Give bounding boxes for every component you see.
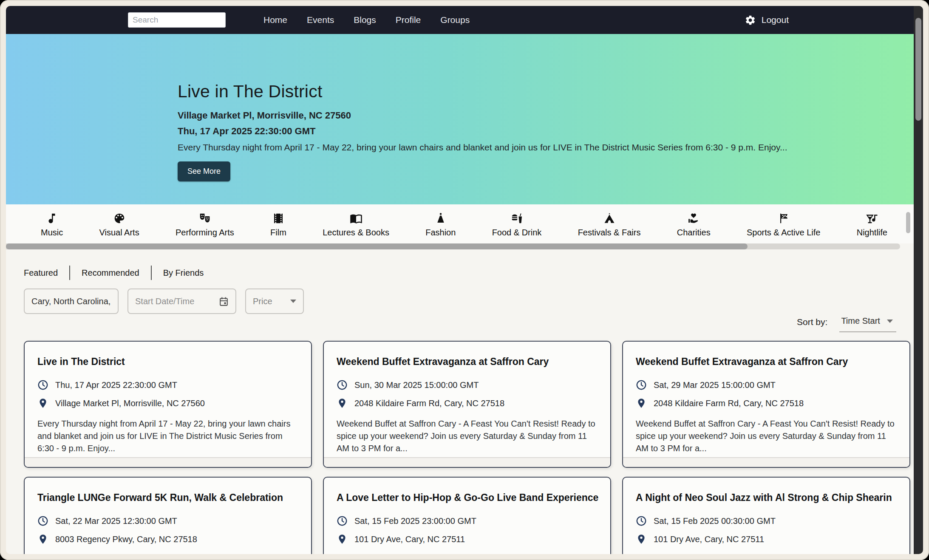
event-location: 2048 Kildaire Farm Rd, Cary, NC 27518 bbox=[354, 399, 504, 408]
event-title: Weekend Buffet Extravaganza at Saffron C… bbox=[636, 356, 897, 368]
event-location: 101 Dry Ave, Cary, NC 27511 bbox=[354, 535, 465, 544]
clock-icon bbox=[636, 515, 647, 526]
event-card[interactable]: Live in The District Thu, 17 Apr 2025 22… bbox=[24, 341, 312, 468]
category-food-drink[interactable]: Food & Drink bbox=[492, 212, 542, 238]
category-fashion[interactable]: Fashion bbox=[425, 212, 456, 238]
event-location-row: 101 Dry Ave, Cary, NC 27511 bbox=[636, 534, 897, 545]
hero-description: Every Thursday night from April 17 - May… bbox=[178, 142, 787, 153]
food-drink-icon bbox=[510, 212, 524, 225]
tab-by-friends[interactable]: By Friends bbox=[163, 268, 204, 278]
hero-content: Live in The District Village Market Pl, … bbox=[178, 82, 787, 181]
gear-icon bbox=[745, 14, 756, 26]
event-datetime: Sun, 30 Mar 2025 15:00:00 GMT bbox=[354, 380, 479, 390]
category-film[interactable]: Film bbox=[270, 212, 286, 238]
category-festivals-fairs[interactable]: Festivals & Fairs bbox=[578, 212, 641, 238]
music-note-icon bbox=[45, 212, 59, 225]
category-horizontal-scrollbar[interactable] bbox=[6, 243, 900, 249]
search-input[interactable] bbox=[128, 12, 226, 28]
tab-divider bbox=[69, 266, 70, 280]
location-pin-icon bbox=[37, 398, 48, 409]
event-card-footer bbox=[25, 457, 311, 467]
event-card[interactable]: Weekend Buffet Extravaganza at Saffron C… bbox=[323, 341, 611, 468]
category-bar-scrollbar-thumb[interactable] bbox=[906, 212, 910, 233]
location-pin-icon bbox=[37, 534, 48, 545]
location-pin-icon bbox=[337, 398, 348, 409]
event-location-row: 2048 Kildaire Farm Rd, Cary, NC 27518 bbox=[337, 398, 598, 409]
event-description: Join us for an unforgettable Valentine's… bbox=[636, 554, 897, 554]
location-pin-icon bbox=[337, 534, 348, 545]
event-card-footer bbox=[324, 457, 610, 467]
nav-link-events[interactable]: Events bbox=[307, 15, 334, 25]
clock-icon bbox=[337, 379, 348, 390]
category-charities[interactable]: Charities bbox=[677, 212, 711, 238]
filter-row: Price bbox=[24, 288, 304, 314]
event-location: 8003 Regency Pkwy, Cary, NC 27518 bbox=[55, 535, 197, 544]
event-title: A Love Letter to Hip-Hop & Go-Go Live Ba… bbox=[337, 492, 598, 503]
sort-select-value: Time Start bbox=[841, 316, 880, 326]
location-input[interactable] bbox=[25, 297, 118, 306]
clock-icon bbox=[337, 515, 348, 526]
event-datetime: Sat, 15 Feb 2025 00:30:00 GMT bbox=[654, 516, 776, 526]
nav-links: Home Events Blogs Profile Groups bbox=[263, 15, 470, 25]
start-date-input[interactable] bbox=[128, 297, 218, 306]
category-bar: Music Visual Arts Performing Arts Film L… bbox=[6, 204, 923, 243]
event-time-row: Thu, 17 Apr 2025 22:30:00 GMT bbox=[37, 379, 298, 390]
page-vertical-scrollbar[interactable] bbox=[914, 6, 923, 554]
chevron-down-icon bbox=[887, 320, 893, 323]
clock-icon bbox=[37, 379, 48, 390]
price-filter-label: Price bbox=[253, 297, 272, 306]
nav-link-blogs[interactable]: Blogs bbox=[354, 15, 376, 25]
event-datetime: Sat, 29 Mar 2025 15:00:00 GMT bbox=[654, 380, 776, 390]
event-title: Triangle LUNGe Forward 5K Run, Walk & Ce… bbox=[37, 492, 298, 503]
category-label: Performing Arts bbox=[176, 228, 234, 238]
event-time-row: Sun, 30 Mar 2025 15:00:00 GMT bbox=[337, 379, 598, 390]
category-music[interactable]: Music bbox=[41, 212, 63, 238]
category-label: Charities bbox=[677, 228, 711, 238]
event-card[interactable]: Triangle LUNGe Forward 5K Run, Walk & Ce… bbox=[24, 477, 312, 554]
category-visual-arts[interactable]: Visual Arts bbox=[99, 212, 139, 238]
category-label: Festivals & Fairs bbox=[578, 228, 641, 238]
category-lectures-books[interactable]: Lectures & Books bbox=[323, 212, 389, 238]
hero-title: Live in The District bbox=[178, 82, 787, 102]
browser-window: Home Events Blogs Profile Groups Logout … bbox=[0, 0, 929, 560]
calendar-icon[interactable] bbox=[218, 296, 229, 307]
category-nightlife[interactable]: Nightlife bbox=[857, 212, 887, 238]
event-datetime: Sat, 15 Feb 2025 23:00:00 GMT bbox=[354, 516, 476, 526]
nav-link-profile[interactable]: Profile bbox=[396, 15, 421, 25]
nav-link-home[interactable]: Home bbox=[263, 15, 287, 25]
event-location: Village Market Pl, Morrisville, NC 27560 bbox=[55, 399, 205, 408]
event-description: Weekend Buffet at Saffron Cary - A Feast… bbox=[337, 418, 598, 455]
page-vertical-scrollbar-thumb[interactable] bbox=[915, 18, 921, 121]
clock-icon bbox=[37, 515, 48, 526]
category-label: Sports & Active Life bbox=[747, 228, 820, 238]
event-card[interactable]: A Night of Neo Soul Jazz with Al Strong … bbox=[622, 477, 910, 554]
sort-row: Sort by: Time Start bbox=[797, 315, 896, 332]
category-horizontal-scrollbar-thumb[interactable] bbox=[6, 243, 748, 249]
top-navbar: Home Events Blogs Profile Groups Logout bbox=[6, 6, 923, 34]
event-card[interactable]: Weekend Buffet Extravaganza at Saffron C… bbox=[622, 341, 910, 468]
see-more-button[interactable]: See More bbox=[178, 161, 230, 181]
category-sports-active-life[interactable]: Sports & Active Life bbox=[747, 212, 820, 238]
clock-icon bbox=[636, 379, 647, 390]
sort-select[interactable]: Time Start bbox=[839, 315, 896, 332]
event-datetime: Sat, 22 Mar 2025 12:30:00 GMT bbox=[55, 516, 177, 526]
event-location-row: 101 Dry Ave, Cary, NC 27511 bbox=[337, 534, 598, 545]
hand-heart-icon bbox=[686, 212, 701, 225]
tab-recommended[interactable]: Recommended bbox=[82, 268, 139, 278]
logout-button[interactable]: Logout bbox=[745, 14, 789, 26]
nav-link-groups[interactable]: Groups bbox=[440, 15, 470, 25]
tab-featured[interactable]: Featured bbox=[24, 268, 58, 278]
event-card[interactable]: A Love Letter to Hip-Hop & Go-Go Live Ba… bbox=[323, 477, 611, 554]
category-label: Music bbox=[41, 228, 63, 238]
sort-by-label: Sort by: bbox=[797, 315, 827, 327]
hero-banner: Live in The District Village Market Pl, … bbox=[6, 34, 923, 204]
category-label: Film bbox=[270, 228, 286, 238]
event-time-row: Sat, 15 Feb 2025 00:30:00 GMT bbox=[636, 515, 897, 526]
event-time-row: Sat, 22 Mar 2025 12:30:00 GMT bbox=[37, 515, 298, 526]
festival-tent-icon bbox=[602, 212, 617, 225]
category-performing-arts[interactable]: Performing Arts bbox=[176, 212, 234, 238]
hero-address: Village Market Pl, Morrisville, NC 27560 bbox=[178, 110, 787, 121]
price-filter[interactable]: Price bbox=[245, 288, 304, 314]
event-location: 2048 Kildaire Farm Rd, Cary, NC 27518 bbox=[654, 399, 804, 408]
event-location-row: 2048 Kildaire Farm Rd, Cary, NC 27518 bbox=[636, 398, 897, 409]
